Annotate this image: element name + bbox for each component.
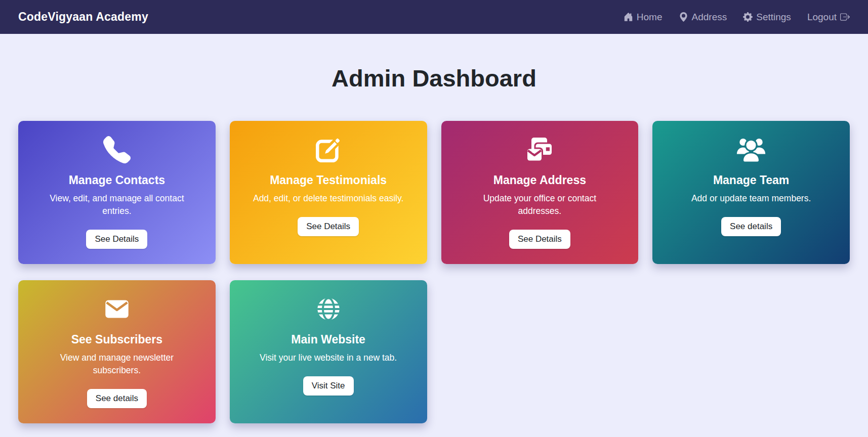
nav-item-label: Address	[692, 12, 727, 23]
logout-icon	[840, 12, 850, 22]
card-manage-contacts: Manage Contacts View, edit, and manage a…	[18, 121, 216, 264]
card-description: Visit your live website in a new tab.	[240, 352, 417, 364]
see-details-button[interactable]: See Details	[509, 230, 570, 249]
brand[interactable]: CodeVigyaan Academy	[18, 10, 148, 24]
gear-icon	[743, 12, 753, 22]
see-details-button[interactable]: See details	[721, 217, 781, 236]
card-description: Add, edit, or delete testimonials easily…	[240, 192, 417, 205]
nav-links: Home Address Settings Logout	[624, 12, 850, 23]
see-details-button[interactable]: See details	[87, 389, 147, 408]
phone-icon	[28, 134, 205, 165]
card-description: View and manage newsletter subscribers.	[49, 352, 185, 377]
nav-item-logout[interactable]: Logout	[807, 12, 850, 23]
card-title: Manage Testimonials	[240, 173, 417, 187]
map-pin-icon	[679, 12, 688, 22]
see-details-button[interactable]: See Details	[298, 217, 359, 236]
nav-item-address[interactable]: Address	[679, 12, 727, 23]
see-details-button[interactable]: See Details	[86, 230, 147, 249]
navbar: CodeVigyaan Academy Home Address Setting…	[0, 0, 868, 34]
card-description: Add or update team members.	[663, 192, 840, 205]
card-title: Manage Contacts	[28, 173, 205, 187]
globe-icon	[240, 293, 417, 325]
card-title: Manage Address	[451, 173, 629, 187]
page-title: Admin Dashboard	[0, 64, 868, 93]
card-main-website: Main Website Visit your live website in …	[230, 280, 427, 423]
card-manage-testimonials: Manage Testimonials Add, edit, or delete…	[230, 121, 427, 264]
card-description: Update your office or contact addresses.	[469, 192, 610, 217]
card-title: Main Website	[240, 333, 417, 346]
card-title: See Subscribers	[28, 333, 205, 346]
visit-site-button[interactable]: Visit Site	[303, 376, 354, 396]
nav-item-label: Home	[637, 12, 663, 23]
nav-item-label: Logout	[807, 12, 837, 23]
nav-item-home[interactable]: Home	[624, 12, 663, 23]
mail-stack-icon	[451, 134, 629, 165]
nav-item-label: Settings	[756, 12, 791, 23]
card-description: View, edit, and manage all contact entri…	[41, 192, 193, 217]
team-icon	[663, 134, 840, 165]
card-manage-address: Manage Address Update your office or con…	[441, 121, 639, 264]
edit-icon	[240, 134, 417, 165]
card-see-subscribers: See Subscribers View and manage newslett…	[18, 280, 216, 423]
dashboard-card-grid: Manage Contacts View, edit, and manage a…	[18, 121, 850, 423]
envelope-icon	[28, 293, 205, 325]
card-manage-team: Manage Team Add or update team members. …	[652, 121, 850, 264]
card-title: Manage Team	[663, 173, 840, 187]
home-icon	[624, 12, 633, 22]
nav-item-settings[interactable]: Settings	[743, 12, 791, 23]
